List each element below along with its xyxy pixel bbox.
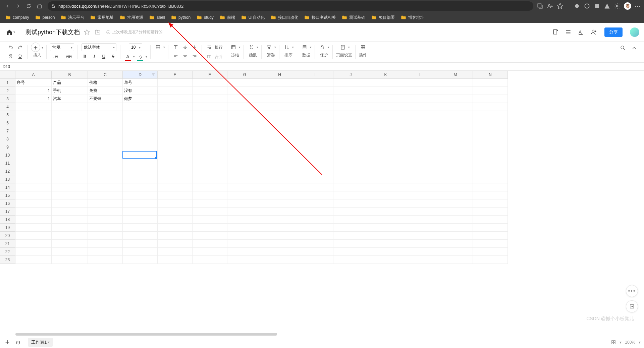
row-header[interactable]: 21: [0, 240, 15, 248]
cell[interactable]: [123, 199, 158, 208]
row-header[interactable]: 2: [0, 87, 15, 95]
cell[interactable]: [473, 256, 508, 264]
cell[interactable]: [227, 248, 262, 256]
cell[interactable]: [262, 159, 297, 167]
cell[interactable]: [368, 95, 403, 103]
cell[interactable]: [123, 191, 158, 199]
cell[interactable]: [227, 159, 262, 167]
cell[interactable]: [333, 87, 368, 95]
cell[interactable]: [193, 119, 227, 127]
cell[interactable]: [262, 256, 297, 264]
cell[interactable]: [297, 103, 333, 111]
cell[interactable]: [368, 143, 403, 151]
protect-button[interactable]: [318, 43, 326, 51]
cell[interactable]: [438, 167, 473, 175]
bookmark-item[interactable]: shell: [147, 14, 168, 21]
cell[interactable]: [333, 240, 368, 248]
cell[interactable]: [88, 143, 123, 151]
cell[interactable]: [52, 103, 88, 111]
cell[interactable]: [368, 240, 403, 248]
bookmark-item[interactable]: company: [3, 14, 32, 21]
cell[interactable]: [473, 208, 508, 216]
cell[interactable]: [403, 216, 438, 224]
cell[interactable]: [227, 240, 262, 248]
font-settings-button[interactable]: A: [576, 27, 586, 37]
cell[interactable]: [473, 167, 508, 175]
cell[interactable]: [262, 175, 297, 183]
cell[interactable]: [438, 127, 473, 135]
cell[interactable]: [403, 240, 438, 248]
cell[interactable]: [473, 143, 508, 151]
cell[interactable]: [297, 224, 333, 232]
cell[interactable]: [227, 183, 262, 191]
cell[interactable]: [227, 87, 262, 95]
insert-button[interactable]: ＋: [31, 43, 40, 52]
cell[interactable]: [262, 151, 297, 159]
cell[interactable]: [227, 167, 262, 175]
bookmark-item[interactable]: 前端: [217, 13, 238, 22]
bookmark-item[interactable]: python: [168, 14, 193, 21]
sheet-list-button[interactable]: [14, 338, 22, 346]
column-header[interactable]: A: [15, 71, 52, 79]
valign-top-button[interactable]: [172, 43, 180, 51]
column-header[interactable]: M: [438, 71, 473, 79]
cell[interactable]: [227, 191, 262, 199]
cell[interactable]: [333, 151, 368, 159]
cell[interactable]: [262, 79, 297, 87]
cell[interactable]: [473, 127, 508, 135]
cell[interactable]: [438, 208, 473, 216]
cell[interactable]: [158, 216, 193, 224]
cell[interactable]: [368, 224, 403, 232]
cell[interactable]: [297, 135, 333, 143]
return-float-button[interactable]: [626, 300, 638, 312]
cell[interactable]: [438, 240, 473, 248]
cell[interactable]: [88, 256, 123, 264]
cell[interactable]: [333, 175, 368, 183]
row-header[interactable]: 11: [0, 159, 15, 167]
cell[interactable]: [52, 151, 88, 159]
new-doc-button[interactable]: [551, 27, 560, 37]
cell[interactable]: [403, 256, 438, 264]
document-title[interactable]: 测试python下载文档: [25, 28, 80, 36]
cell[interactable]: [333, 111, 368, 119]
cell[interactable]: [333, 143, 368, 151]
cell[interactable]: [333, 127, 368, 135]
row-header[interactable]: 15: [0, 191, 15, 199]
cell[interactable]: [193, 199, 227, 208]
cell[interactable]: [158, 224, 193, 232]
cell[interactable]: [297, 175, 333, 183]
row-header[interactable]: 4: [0, 103, 15, 111]
cell[interactable]: 序号: [15, 79, 52, 87]
cell[interactable]: [123, 224, 158, 232]
font-family-select[interactable]: 默认字体: [82, 43, 116, 51]
cell[interactable]: [333, 135, 368, 143]
column-header[interactable]: D: [123, 71, 158, 79]
sort-button[interactable]: [283, 43, 291, 51]
cell[interactable]: 汽车: [52, 95, 88, 103]
cell[interactable]: [368, 199, 403, 208]
cell[interactable]: 单号: [123, 79, 158, 87]
cell[interactable]: [403, 183, 438, 191]
cell[interactable]: [403, 191, 438, 199]
align-right-button[interactable]: [191, 53, 199, 61]
favorite-icon[interactable]: [557, 3, 564, 9]
cell[interactable]: [52, 135, 88, 143]
cell[interactable]: [262, 103, 297, 111]
row-header[interactable]: 3: [0, 95, 15, 103]
bookmark-item[interactable]: UI自动化: [238, 13, 267, 22]
column-header[interactable]: J: [333, 71, 368, 79]
cell[interactable]: [158, 159, 193, 167]
cell[interactable]: [158, 87, 193, 95]
function-button[interactable]: Σ: [247, 43, 255, 51]
cell[interactable]: [473, 95, 508, 103]
cell[interactable]: [52, 183, 88, 191]
cell[interactable]: 免费: [88, 87, 123, 95]
cell[interactable]: [15, 248, 52, 256]
cell[interactable]: [193, 232, 227, 240]
cell[interactable]: [193, 135, 227, 143]
cell[interactable]: [123, 127, 158, 135]
cell[interactable]: [403, 135, 438, 143]
cell[interactable]: [438, 256, 473, 264]
cell[interactable]: [438, 216, 473, 224]
cell[interactable]: [52, 199, 88, 208]
